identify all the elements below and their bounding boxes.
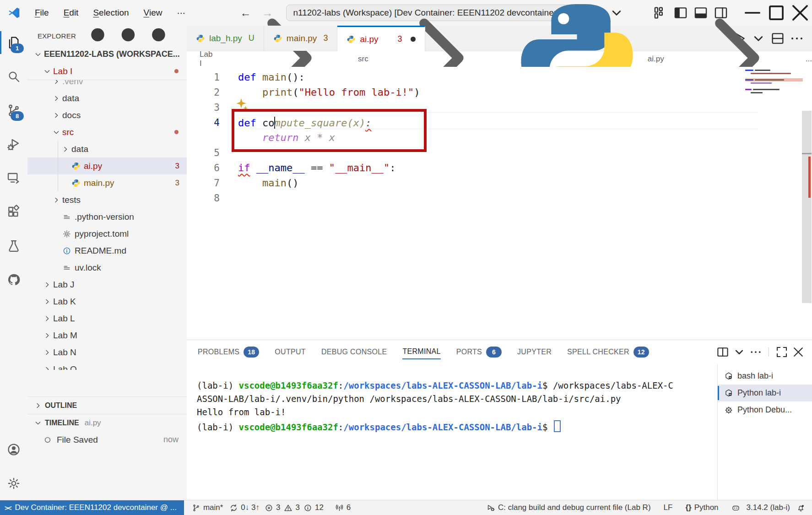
tree-item-lab-k[interactable]: Lab K: [27, 293, 187, 310]
sidebar-title: EXPLORER: [38, 32, 76, 40]
menu-edit[interactable]: Edit: [57, 5, 85, 21]
list-icon: [62, 212, 71, 222]
more-actions-icon[interactable]: [748, 345, 763, 359]
copilot-status[interactable]: [728, 500, 743, 515]
menu-file[interactable]: File: [28, 5, 55, 21]
panel-tab-output[interactable]: OUTPUT: [275, 345, 306, 359]
tree-item--python-version[interactable]: .python-version: [27, 208, 187, 225]
breadcrumb-item[interactable]: Lab I: [200, 50, 217, 68]
python-interpreter[interactable]: 3.14.2 (lab-i): [743, 500, 793, 515]
tree-item-tests[interactable]: tests: [27, 191, 187, 208]
terminal-line: (lab-i) vscode@b1493f6aa32f:/workspaces/…: [197, 380, 717, 394]
sync-icon: [229, 504, 238, 512]
warnings-count[interactable]: 3: [282, 500, 301, 515]
git-branch-status[interactable]: main*: [189, 500, 226, 515]
tab-ai-py[interactable]: ai.py 3: [337, 26, 425, 51]
git-sync-status[interactable]: 0↓ 3↑: [226, 500, 263, 515]
activity-item-accounts[interactable]: [0, 433, 27, 466]
tree-item-readme-md[interactable]: README.md: [27, 242, 187, 259]
panel-tab-debug-console[interactable]: DEBUG CONSOLE: [321, 345, 387, 359]
terminal-list-item[interactable]: Python lab-i: [718, 385, 812, 401]
activity-item-settings[interactable]: [0, 466, 27, 500]
tab-lab_h-py[interactable]: lab_h.py U: [187, 26, 264, 51]
tree-item-lab-o[interactable]: Lab O: [27, 361, 187, 370]
activity-item-source-control[interactable]: 8: [0, 93, 27, 127]
terminal-line: (lab-i) vscode@b1493f6aa32f:/workspaces/…: [197, 420, 717, 434]
terminal-list-item[interactable]: bash lab-i: [718, 368, 812, 385]
panel-tab-ports[interactable]: PORTS6: [456, 344, 502, 360]
activity-item-testing[interactable]: [0, 229, 27, 263]
activity-item-extensions[interactable]: [0, 195, 27, 229]
code-editor[interactable]: 1def main():2 print("Hello from lab-i!")…: [187, 67, 812, 340]
tree-item-label: pyproject.toml: [75, 229, 129, 239]
activity-item-search[interactable]: [0, 60, 27, 93]
maximize-panel-icon[interactable]: [774, 345, 789, 359]
tree-item-lab-m[interactable]: Lab M: [27, 327, 187, 344]
menu-⋯[interactable]: ⋯: [170, 5, 192, 21]
editor-scrollbar[interactable]: [801, 67, 812, 340]
terminal-list-label: Python Debu...: [737, 405, 792, 415]
debug-task[interactable]: C: clang build and debug current file (L…: [483, 500, 654, 515]
braces-icon: {}: [685, 503, 691, 512]
tree-item-lab-i[interactable]: Lab I: [27, 63, 187, 80]
activity-item-github[interactable]: [0, 263, 27, 297]
bell-icon: [796, 504, 805, 512]
annotation-highlight-box: [232, 109, 427, 152]
terminal-output[interactable]: (lab-i) vscode@b1493f6aa32f:/workspaces/…: [187, 364, 717, 502]
tree-item-lab-l[interactable]: Lab L: [27, 310, 187, 327]
notifications-bell[interactable]: [793, 500, 808, 515]
tree-item-main-py[interactable]: main.py3: [27, 174, 187, 191]
tree-item-label: data: [62, 93, 79, 103]
tree-item-docs[interactable]: docs: [27, 107, 187, 124]
panel-tab-terminal[interactable]: TERMINAL: [402, 345, 440, 359]
tree-item-uv-lock[interactable]: uv.lock: [27, 259, 187, 276]
tab-problem-count: 3: [398, 34, 402, 44]
extensions-icon: [6, 205, 21, 219]
panel-tab-jupyter[interactable]: JUPYTER: [517, 345, 552, 359]
close-panel-icon[interactable]: [791, 345, 806, 359]
remote-indicator[interactable]: >< Dev Container: EEEN11202 devcontainer…: [0, 500, 184, 515]
panel-tab-problems[interactable]: PROBLEMS18: [198, 344, 259, 360]
activity-item-remote-explorer[interactable]: [0, 161, 27, 195]
split-terminal-icon[interactable]: [715, 345, 730, 359]
outline-section-header[interactable]: OUTLINE: [27, 396, 187, 414]
tree-row: README.md: [27, 242, 187, 259]
minimap[interactable]: [745, 69, 800, 94]
tree-row: data: [27, 90, 187, 107]
activity-item-run-and-debug[interactable]: [0, 127, 27, 161]
breadcrumb-more[interactable]: ...: [806, 54, 812, 64]
tree-item-lab-n[interactable]: Lab N: [27, 344, 187, 361]
status-label: 3: [295, 503, 299, 512]
terminal-list-item[interactable]: Python Debu...: [718, 401, 812, 418]
tree-item-pyproject-toml[interactable]: pyproject.toml: [27, 225, 187, 242]
menu-selection[interactable]: Selection: [87, 5, 135, 21]
infos-count[interactable]: 12: [302, 500, 325, 515]
terminal-list: bash lab-iPython lab-iPython Debu...: [717, 364, 812, 502]
customize-layout-icon[interactable]: [652, 5, 669, 21]
account-icon: [6, 442, 21, 457]
breadcrumb-item[interactable]: ai.py: [648, 54, 664, 64]
workspace-root-row[interactable]: EEEN11202-LABS (WORKSPACE...: [27, 46, 187, 63]
scrollbar-slider[interactable]: [802, 111, 812, 303]
timeline-item[interactable]: File Saved now: [27, 431, 187, 448]
tree-item-data[interactable]: data: [27, 141, 187, 157]
forwarded-ports[interactable]: 6: [332, 500, 354, 515]
status-label: 6: [346, 503, 351, 512]
tree-item-src[interactable]: src: [27, 124, 187, 141]
tab-main-py[interactable]: main.py 3: [264, 26, 338, 51]
breadcrumb-item[interactable]: src: [358, 54, 368, 64]
chevron-down-icon[interactable]: [732, 345, 747, 359]
tree-item-ai-py[interactable]: ai.py3: [27, 157, 187, 174]
tree-item--venv[interactable]: .venv: [27, 80, 187, 90]
timeline-section-header[interactable]: TIMELINE ai.py: [27, 414, 187, 431]
tree-item-label: src: [62, 127, 74, 137]
eol-indicator[interactable]: LF: [660, 500, 676, 515]
tree-item-data[interactable]: data: [27, 90, 187, 107]
errors-count[interactable]: 3: [263, 500, 282, 515]
menu-view[interactable]: View: [137, 5, 169, 21]
tree-item-lab-j[interactable]: Lab J: [27, 276, 187, 293]
panel-tab-spell-checker[interactable]: SPELL CHECKER12: [567, 344, 649, 360]
language-mode[interactable]: {}Python: [682, 500, 721, 515]
dirty-dot-icon[interactable]: [411, 37, 416, 42]
activity-item-explorer[interactable]: 1: [0, 26, 27, 60]
